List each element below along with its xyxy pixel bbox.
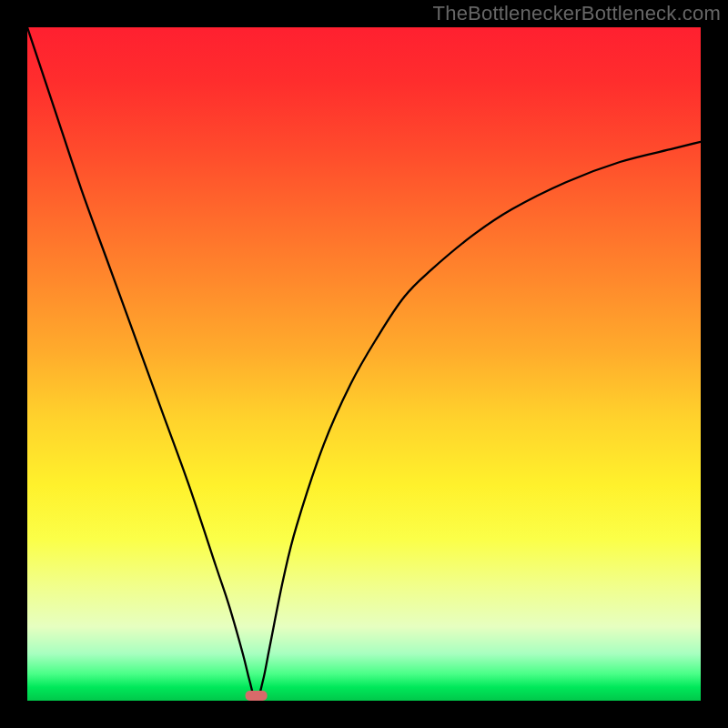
chart-svg	[27, 27, 701, 701]
chart-frame: TheBottleneckerBottleneck.com	[0, 0, 728, 728]
watermark-text: TheBottleneckerBottleneck.com	[433, 2, 721, 25]
curve-line	[27, 27, 701, 701]
minimum-marker	[246, 691, 268, 701]
plot-area	[27, 27, 701, 701]
